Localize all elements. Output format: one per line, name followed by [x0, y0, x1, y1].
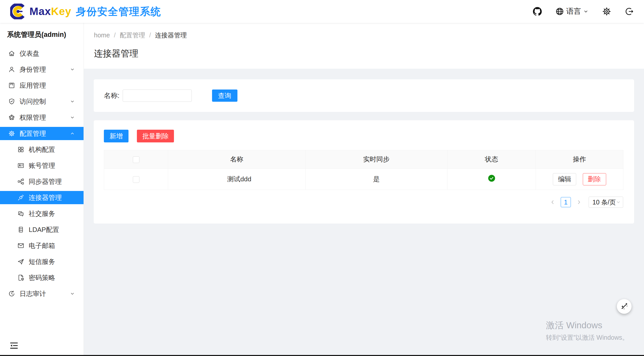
sidebar-item-access-control[interactable]: 访问控制: [0, 95, 84, 108]
chevron-left-icon: [550, 199, 556, 205]
batch-delete-button[interactable]: 批量删除: [137, 130, 174, 142]
sidebar-item-configuration[interactable]: 配置管理: [0, 127, 84, 140]
sidebar-item-label: 账号管理: [29, 161, 55, 170]
watermark-line2: 转到“设置”以激活 Windows。: [546, 333, 629, 342]
prev-page-button[interactable]: [550, 199, 556, 205]
windows-activation-watermark: 激活 Windows 转到“设置”以激活 Windows。: [546, 319, 629, 342]
main-area: home / 配置管理 / 连接器管理 连接器管理 名称: 查询 新增 批量删除: [84, 23, 644, 356]
sidebar-item-org-config[interactable]: 机构配置: [0, 143, 84, 156]
sidebar-item-label: 配置管理: [20, 129, 46, 138]
top-header: MaxKey 身份安全管理系统 语言: [0, 0, 644, 23]
sidebar-item-sms[interactable]: 短信服务: [0, 255, 84, 268]
row-status-cell: [447, 169, 536, 190]
pentagon-icon: [8, 114, 15, 121]
table-row: 测试ddd 是 编辑: [104, 169, 623, 190]
column-header-name: 名称: [168, 150, 305, 169]
idcard-icon: [17, 162, 24, 169]
page-size-select[interactable]: 10 条/页: [589, 197, 623, 208]
sidebar-item-applications[interactable]: 应用管理: [0, 79, 84, 92]
sidebar-item-label: 连接器管理: [29, 193, 62, 202]
header-actions: 语言: [533, 6, 634, 17]
sidebar-item-audit-log[interactable]: 日志审计: [0, 287, 84, 300]
cluster-icon: [17, 178, 24, 185]
breadcrumb-home[interactable]: home: [94, 32, 110, 39]
page-number-button[interactable]: 1: [561, 197, 571, 207]
home-icon: [8, 50, 15, 57]
sidebar-item-label: 短信服务: [29, 257, 55, 266]
name-field-label: 名称:: [104, 91, 120, 100]
sidebar-item-email[interactable]: 电子邮箱: [0, 239, 84, 252]
app-title: 身份安全管理系统: [76, 5, 161, 19]
select-all-header-cell: [104, 150, 168, 169]
delete-button[interactable]: 删除: [583, 173, 606, 185]
github-button[interactable]: [533, 7, 542, 16]
magic-wand-icon: [620, 302, 628, 310]
row-actions-cell: 编辑 删除: [536, 169, 623, 190]
menu-fold-icon: [9, 341, 19, 350]
column-header-actions: 操作: [536, 150, 623, 169]
sidebar-item-identity[interactable]: 身份管理: [0, 63, 84, 76]
chevron-right-icon: [576, 199, 582, 205]
sidebar-collapse-button[interactable]: [9, 341, 19, 350]
page-size-value: 10 条/页: [592, 198, 616, 206]
name-search-input[interactable]: [123, 90, 192, 102]
settings-button[interactable]: [602, 7, 611, 16]
sidebar-item-label: 电子邮箱: [29, 241, 55, 250]
sidebar-item-permissions[interactable]: 权限管理: [0, 111, 84, 124]
query-button[interactable]: 查询: [212, 90, 237, 102]
chevron-down-icon: [583, 9, 589, 14]
sidebar-item-label: 访问控制: [20, 97, 46, 106]
logout-icon: [625, 7, 634, 16]
breadcrumb-separator: /: [149, 32, 151, 39]
column-header-realtime-sync: 实时同步: [305, 150, 447, 169]
add-button[interactable]: 新增: [104, 130, 128, 142]
row-select-cell: [104, 169, 168, 190]
status-enabled-badge: [488, 174, 496, 182]
search-panel: 名称: 查询: [94, 79, 634, 112]
row-realtime-sync-cell: 是: [305, 169, 447, 190]
maxkey-admin-screen: MaxKey 身份安全管理系统 语言: [0, 0, 644, 356]
row-name-cell: 测试ddd: [168, 169, 305, 190]
project-icon: [8, 82, 15, 89]
column-header-status: 状态: [447, 150, 536, 169]
globe-icon: [555, 7, 564, 16]
gear-icon: [602, 7, 611, 16]
select-all-checkbox[interactable]: [133, 156, 139, 163]
sidebar-item-ldap-config[interactable]: LDAP配置: [0, 223, 84, 236]
sidebar-item-synchronizer[interactable]: 同步器管理: [0, 175, 84, 188]
send-icon: [17, 258, 24, 265]
sidebar-item-password-policy[interactable]: 密码策略: [0, 271, 84, 284]
sidebar-item-label: 仪表盘: [20, 49, 39, 58]
sidebar-item-label: 同步器管理: [29, 177, 62, 186]
breadcrumb-current: 连接器管理: [155, 31, 187, 39]
gear-icon: [8, 130, 15, 137]
language-label: 语言: [566, 6, 581, 17]
chevron-down-icon: [70, 67, 75, 72]
sidebar-item-label: 应用管理: [20, 81, 46, 90]
edit-button[interactable]: 编辑: [553, 173, 576, 185]
content: 名称: 查询 新增 批量删除 名称 实时同步 状态 操作: [84, 69, 644, 224]
page-title: 连接器管理: [94, 48, 634, 60]
row-checkbox[interactable]: [133, 176, 139, 183]
next-page-button[interactable]: [576, 199, 582, 205]
logout-button[interactable]: [625, 7, 634, 16]
sidebar-item-connectors[interactable]: 连接器管理: [0, 191, 84, 204]
sidebar-item-account-mgmt[interactable]: 账号管理: [0, 159, 84, 172]
magic-wand-fab-button[interactable]: [617, 299, 632, 314]
chevron-up-icon: [70, 131, 75, 136]
breadcrumb-separator: /: [114, 32, 116, 39]
brand-name: MaxKey: [29, 5, 71, 18]
sidebar: 系统管理员(admin) 仪表盘 身份管理: [0, 23, 84, 355]
message-icon: [17, 210, 24, 217]
sidebar-item-label: 权限管理: [20, 113, 46, 122]
plug-icon: [17, 194, 24, 201]
brand-logo-link[interactable]: MaxKey 身份安全管理系统: [10, 4, 161, 19]
sidebar-item-social-services[interactable]: 社交服务: [0, 207, 84, 220]
sidebar-item-label: 日志审计: [20, 289, 46, 298]
sidebar-item-dashboard[interactable]: 仪表盘: [0, 47, 84, 60]
language-selector[interactable]: 语言: [555, 6, 589, 17]
sidebar-item-label: 身份管理: [20, 65, 46, 74]
watermark-line1: 激活 Windows: [546, 319, 629, 331]
history-icon: [8, 290, 15, 297]
breadcrumb-section[interactable]: 配置管理: [120, 31, 145, 39]
